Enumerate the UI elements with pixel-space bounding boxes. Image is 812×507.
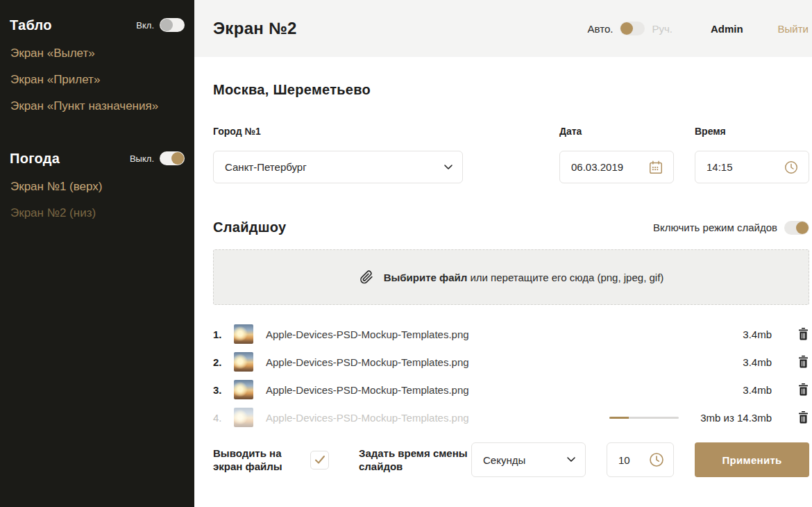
interval-unit-value: Секунды: [483, 454, 525, 466]
sidebar-section-weather: Погода Выкл. Экран №1 (верх) Экран №2 (н…: [10, 147, 185, 226]
file-row: 1. Apple-Devices-PSD-Mockup-Templates.pn…: [213, 320, 809, 348]
logout-link[interactable]: Выйти: [778, 23, 809, 35]
file-row: 3. Apple-Devices-PSD-Mockup-Templates.pn…: [213, 376, 809, 404]
user-name: Admin: [711, 23, 743, 35]
file-size: 3.4mb: [695, 356, 772, 368]
delete-file-button[interactable]: [797, 410, 809, 424]
file-thumbnail: [234, 352, 253, 372]
sidebar-section-title-weather: Погода: [10, 151, 60, 167]
city-select[interactable]: Санкт-Петербург: [213, 151, 463, 183]
file-number: 3.: [213, 384, 228, 396]
upload-hint-text: или перетащите его сюда (png, jpeg, gif): [467, 272, 663, 283]
interval-value-input[interactable]: 10: [607, 442, 674, 477]
city-label: Город №1: [213, 126, 463, 137]
interval-label: Задать время смены слайдов: [359, 447, 471, 473]
file-upload-dropzone[interactable]: Выбирите файл или перетащите его сюда (p…: [213, 249, 809, 305]
file-size: 3.4mb: [695, 384, 772, 396]
file-thumbnail: [234, 324, 253, 344]
sidebar-item-departure-screen[interactable]: Экран «Вылет»: [10, 40, 185, 67]
upload-progress-bar: [609, 417, 679, 419]
file-row-uploading: 4. Apple-Devices-PSD-Mockup-Templates.pn…: [213, 404, 809, 431]
calendar-icon[interactable]: [648, 160, 663, 175]
file-number: 4.: [213, 412, 228, 424]
file-name: Apple-Devices-PSD-Mockup-Templates.png: [266, 384, 469, 396]
file-size: 3.4mb: [695, 329, 772, 340]
sidebar-section-title-tablo: Табло: [10, 17, 52, 33]
weather-toggle[interactable]: [160, 151, 185, 165]
file-list: 1. Apple-Devices-PSD-Mockup-Templates.pn…: [213, 320, 809, 431]
chevron-down-icon: [567, 457, 575, 463]
paperclip-icon: [359, 269, 374, 285]
mode-manual-label: Руч.: [652, 23, 673, 35]
sidebar-item-arrival-screen[interactable]: Экран «Прилет»: [10, 67, 185, 93]
file-thumbnail: [234, 408, 253, 427]
location-title: Москва, Шереметьево: [213, 82, 809, 98]
main-area: Экран №2 Авто. Руч. Admin Выйти Москва, …: [194, 0, 812, 507]
slideshow-header: Слайдшоу Включить режим слайдов: [213, 219, 809, 235]
delete-file-button[interactable]: [797, 355, 809, 369]
checkmark-icon: [314, 455, 325, 465]
slideshow-toggle-label: Включить режим слайдов: [653, 222, 777, 233]
file-name: Apple-Devices-PSD-Mockup-Templates.png: [266, 356, 469, 368]
tablo-toggle[interactable]: [160, 18, 185, 32]
file-thumbnail: [234, 380, 253, 399]
sidebar-section-tablo: Табло Вкл. Экран «Вылет» Экран «Прилет» …: [10, 14, 185, 119]
clock-icon[interactable]: [784, 160, 799, 175]
file-name: Apple-Devices-PSD-Mockup-Templates.png: [266, 329, 469, 340]
delete-file-button[interactable]: [797, 383, 809, 397]
interval-unit-select[interactable]: Секунды: [471, 442, 586, 477]
tablo-toggle-label: Вкл.: [136, 20, 154, 31]
page-title: Экран №2: [213, 19, 297, 38]
display-files-label: Выводить на экран файлы: [213, 447, 295, 473]
file-row: 2. Apple-Devices-PSD-Mockup-Templates.pn…: [213, 348, 809, 376]
date-label: Дата: [559, 126, 674, 137]
sidebar: Табло Вкл. Экран «Вылет» Экран «Прилет» …: [0, 0, 194, 507]
apply-button[interactable]: Применить: [695, 442, 809, 477]
file-number: 2.: [213, 356, 228, 368]
time-label: Время: [695, 126, 809, 137]
file-name: Apple-Devices-PSD-Mockup-Templates.png: [266, 412, 469, 424]
time-input[interactable]: 14:15: [695, 151, 809, 183]
upload-progress-text: 3mb из 14.3mb: [695, 412, 772, 424]
mode-toggle[interactable]: [620, 22, 645, 35]
interval-value: 10: [618, 454, 630, 466]
upload-choose-file-text: Выбирите файл: [384, 272, 468, 283]
file-number: 1.: [213, 329, 228, 340]
slideshow-toggle[interactable]: [784, 221, 809, 235]
mode-auto-label: Авто.: [588, 23, 614, 35]
clock-icon: [648, 451, 665, 468]
topbar: Экран №2 Авто. Руч. Admin Выйти: [194, 0, 812, 57]
city-select-value: Санкт-Петербург: [225, 161, 307, 173]
delete-file-button[interactable]: [797, 327, 809, 341]
sidebar-item-screen2-bottom[interactable]: Экран №2 (низ): [10, 200, 185, 226]
sidebar-item-destination-screen[interactable]: Экран «Пункт назначения»: [10, 93, 185, 119]
location-form: Город №1 Санкт-Петербург Дата 06.03.2019: [213, 126, 809, 183]
chevron-down-icon: [444, 165, 452, 170]
sidebar-item-screen1-top[interactable]: Экран №1 (верх): [10, 174, 185, 200]
date-input[interactable]: 06.03.2019: [559, 151, 674, 183]
display-files-checkbox[interactable]: [310, 451, 329, 469]
date-value: 06.03.2019: [571, 161, 623, 173]
slideshow-title: Слайдшоу: [213, 219, 286, 235]
weather-toggle-label: Выкл.: [130, 153, 154, 164]
slideshow-controls: Выводить на экран файлы Задать время сме…: [213, 442, 809, 477]
time-value: 14:15: [707, 161, 733, 173]
